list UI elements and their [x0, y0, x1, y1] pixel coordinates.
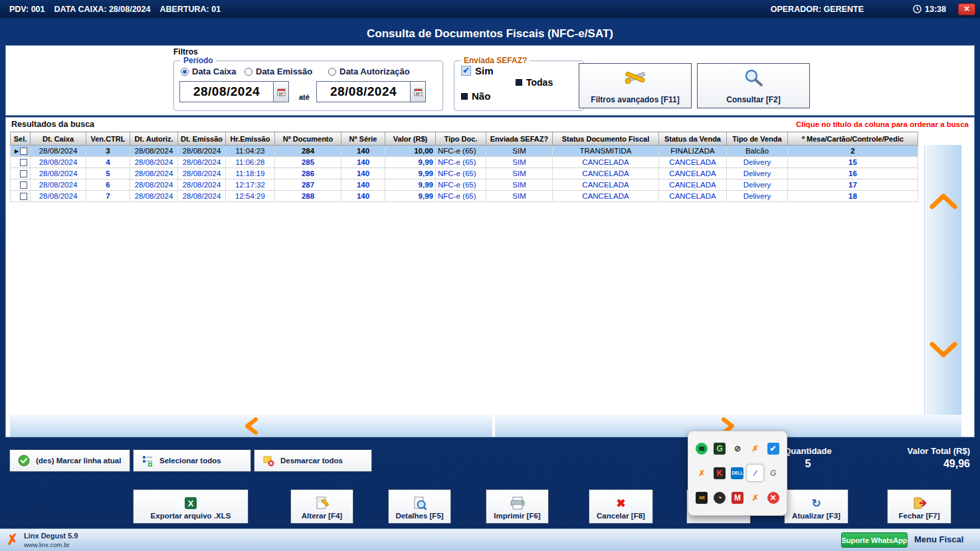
column-header[interactable]: Nº Documento	[275, 132, 342, 146]
linx-2-icon[interactable]: ✗	[694, 465, 710, 481]
table-cell[interactable]: CANCELADA	[659, 168, 727, 179]
column-header[interactable]: Ven.CTRL	[86, 132, 130, 146]
dell-icon[interactable]: DELL	[729, 465, 745, 481]
column-header[interactable]: Valor (R$)	[385, 132, 436, 146]
table-cell[interactable]: CANCELADA	[553, 179, 659, 191]
horizontal-scrollbar-left[interactable]	[10, 415, 492, 437]
refresh-button[interactable]: ↻ Atualizar [F3]	[784, 489, 848, 524]
table-cell[interactable]: NFC-e (65)	[436, 146, 486, 157]
table-cell[interactable]: 11:18:19	[226, 168, 275, 179]
checkbox-todas[interactable]: Todas	[516, 77, 553, 88]
date-to-field[interactable]: 28/08/2024	[316, 81, 426, 102]
spotify-icon[interactable]: ≋	[694, 440, 710, 457]
table-cell[interactable]: 9,99	[385, 157, 436, 168]
table-cell[interactable]: 9,99	[385, 179, 436, 191]
export-xls-button[interactable]: X Exportar arquivo .XLS	[133, 489, 248, 524]
row-select-cell[interactable]	[11, 157, 31, 168]
table-cell[interactable]: Delivery	[727, 157, 788, 168]
table-cell[interactable]: 28/08/2024	[130, 179, 178, 191]
close-button[interactable]: ✕	[958, 3, 975, 15]
column-header[interactable]: Dt. Emissão	[178, 132, 226, 146]
table-cell[interactable]: 28/08/2024	[130, 146, 178, 157]
shield-icon[interactable]: ✔	[765, 440, 781, 457]
table-cell[interactable]: SIM	[486, 191, 553, 202]
int-app-icon[interactable]: int	[694, 490, 710, 506]
table-cell[interactable]: 284	[275, 146, 342, 157]
table-cell[interactable]: 140	[342, 179, 385, 191]
table-cell[interactable]: 28/08/2024	[31, 168, 86, 179]
checkbox-sim[interactable]: Sim	[461, 65, 494, 76]
scroll-down-button[interactable]	[929, 341, 958, 362]
table-cell[interactable]: 285	[275, 157, 342, 168]
table-cell[interactable]: 28/08/2024	[31, 146, 86, 157]
toggle-current-row-button[interactable]: (des) Marcar linha atual	[9, 449, 130, 472]
table-cell[interactable]: 28/08/2024	[130, 157, 178, 168]
column-header[interactable]: º Mesa/Cartão/Controle/Pedic	[788, 132, 918, 146]
table-cell[interactable]: 28/08/2024	[31, 191, 86, 202]
column-header[interactable]: Status da Venda	[659, 132, 727, 146]
table-cell[interactable]: CANCELADA	[553, 157, 659, 168]
g-app-icon[interactable]: G	[765, 465, 781, 481]
radio-data-caixa[interactable]: Data Caixa	[181, 66, 236, 76]
table-cell[interactable]: 28/08/2024	[31, 179, 86, 191]
table-cell[interactable]: 11:06:28	[226, 157, 275, 168]
column-header[interactable]: Dt. Autoriz.	[130, 132, 178, 146]
consult-button[interactable]: Consultar [F2]	[697, 63, 810, 108]
table-cell[interactable]: CANCELADA	[659, 191, 727, 202]
vertical-scrollbar[interactable]	[924, 145, 961, 415]
table-cell[interactable]: 11:04:23	[226, 146, 275, 157]
cancel-button[interactable]: ✖ Cancelar [F8]	[589, 489, 653, 524]
print-button[interactable]: Imprimir [F6]	[486, 489, 549, 524]
column-header[interactable]: Dt. Caixa	[31, 132, 86, 146]
table-cell[interactable]: 28/08/2024	[178, 191, 226, 202]
menu-fiscal-link[interactable]: Menu Fiscal	[914, 534, 963, 544]
table-row[interactable]: 28/08/2024728/08/202428/08/202412:54:292…	[11, 191, 918, 202]
row-select-cell[interactable]	[11, 191, 31, 202]
table-cell[interactable]: CANCELADA	[659, 179, 727, 191]
table-row[interactable]: 28/08/2024328/08/202428/08/202411:04:232…	[11, 146, 918, 157]
table-cell[interactable]: SIM	[486, 168, 553, 179]
details-button[interactable]: Detalhes [F5]	[388, 489, 451, 524]
select-all-button[interactable]: Selecionar todos	[133, 449, 251, 472]
table-cell[interactable]: 2	[788, 146, 918, 157]
calendar-to-button[interactable]	[411, 81, 426, 102]
table-cell[interactable]: NFC-e (65)	[436, 157, 486, 168]
table-cell[interactable]: 28/08/2024	[178, 179, 226, 191]
table-cell[interactable]: 28/08/2024	[130, 191, 178, 202]
scroll-up-button[interactable]	[929, 191, 958, 213]
date-from-value[interactable]: 28/08/2024	[179, 81, 274, 102]
table-cell[interactable]: 12:17:32	[226, 179, 275, 191]
k-app-icon[interactable]: K	[712, 465, 728, 481]
table-cell[interactable]: NFC-e (65)	[436, 179, 486, 191]
row-checkbox[interactable]	[20, 159, 27, 166]
table-cell[interactable]: 5	[86, 168, 130, 179]
table-cell[interactable]: NFC-e (65)	[436, 191, 486, 202]
table-cell[interactable]: Delivery	[727, 179, 788, 191]
table-cell[interactable]: SIM	[486, 157, 553, 168]
table-cell[interactable]: 4	[86, 157, 130, 168]
table-cell[interactable]: 18	[788, 191, 918, 202]
table-cell[interactable]: Delivery	[727, 191, 788, 202]
table-row[interactable]: 28/08/2024428/08/202428/08/202411:06:282…	[11, 157, 918, 168]
pen-icon[interactable]: ∕	[747, 465, 763, 481]
date-to-value[interactable]: 28/08/2024	[316, 81, 411, 102]
table-cell[interactable]: Balcão	[727, 146, 788, 157]
table-cell[interactable]: 28/08/2024	[31, 157, 86, 168]
dark-circle-icon[interactable]: ◔	[712, 490, 728, 506]
table-cell[interactable]: 28/08/2024	[178, 157, 226, 168]
table-cell[interactable]: 12:54:29	[226, 191, 275, 202]
linx-icon[interactable]: ✗	[747, 440, 763, 457]
table-cell[interactable]: SIM	[486, 179, 553, 191]
table-cell[interactable]: TRANSMITIDA	[553, 146, 659, 157]
radio-data-autorizacao[interactable]: Data Autorização	[328, 66, 410, 76]
deselect-all-button[interactable]: Desmarcar todos	[254, 449, 372, 472]
table-cell[interactable]: 9,99	[385, 191, 436, 202]
green-app-icon[interactable]: G	[712, 440, 728, 457]
m-shield-icon[interactable]: M	[729, 490, 745, 506]
row-checkbox[interactable]	[20, 181, 27, 189]
table-cell[interactable]: 287	[275, 179, 342, 191]
table-cell[interactable]: SIM	[486, 146, 553, 157]
table-cell[interactable]: CANCELADA	[659, 157, 727, 168]
table-row[interactable]: 28/08/2024628/08/202428/08/202412:17:322…	[11, 179, 918, 191]
calendar-from-button[interactable]	[274, 81, 289, 102]
